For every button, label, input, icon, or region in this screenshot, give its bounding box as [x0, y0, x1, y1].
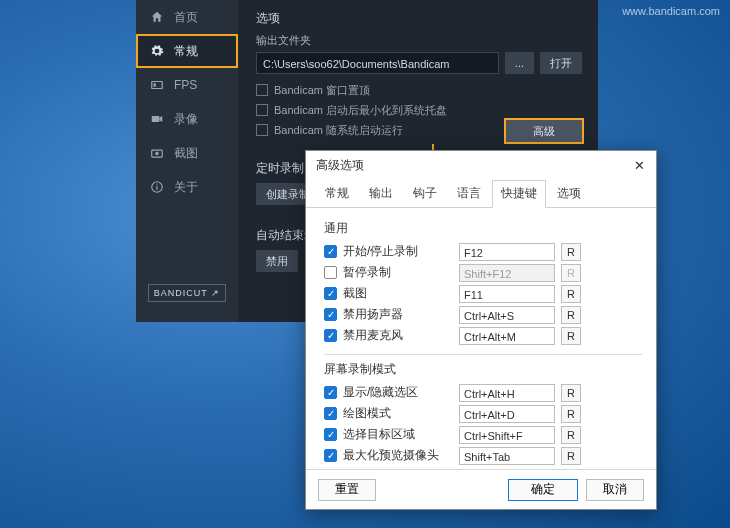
svg-rect-0	[152, 82, 163, 89]
checkbox-always-on-top[interactable]: Bandicam 窗口置顶	[256, 80, 582, 100]
hotkey-row: ✓绘图模式Ctrl+Alt+DR	[324, 403, 642, 424]
svg-rect-7	[156, 184, 157, 185]
hotkey-reset-button[interactable]: R	[561, 447, 581, 465]
close-icon[interactable]: ✕	[630, 156, 648, 174]
sidebar-item-about[interactable]: 关于	[136, 170, 238, 204]
reset-button[interactable]: 重置	[318, 479, 376, 501]
hotkey-reset-button[interactable]: R	[561, 306, 581, 324]
fps-icon	[150, 78, 164, 92]
sidebar-item-image[interactable]: 截图	[136, 136, 238, 170]
hotkey-field[interactable]: F11	[459, 285, 555, 303]
hotkey-reset-button[interactable]: R	[561, 327, 581, 345]
hotkey-label: 绘图模式	[343, 405, 453, 422]
hotkey-checkbox[interactable]: ✓	[324, 329, 337, 342]
hotkey-label: 开始/停止录制	[343, 243, 453, 260]
advanced-options-dialog: 高级选项 ✕ 常规 输出 钩子 语言 快捷键 选项 通用 ✓开始/停止录制F12…	[305, 150, 657, 510]
sidebar: 首页 常规 FPS 录像 截图 关于 BANDICUT ↗	[136, 0, 238, 322]
divider	[324, 354, 642, 355]
dialog-body: 通用 ✓开始/停止录制F12R暂停录制Shift+F12R✓截图F11R✓禁用扬…	[306, 208, 656, 469]
bandicut-link[interactable]: BANDICUT ↗	[148, 284, 226, 302]
browse-button[interactable]: ...	[505, 52, 534, 74]
hotkey-field[interactable]: Shift+Tab	[459, 447, 555, 465]
group-general-label: 通用	[324, 220, 642, 237]
sidebar-item-label: 首页	[174, 9, 198, 26]
svg-rect-2	[152, 116, 160, 122]
hotkey-field[interactable]: Ctrl+Alt+H	[459, 384, 555, 402]
sidebar-item-label: FPS	[174, 78, 197, 92]
gear-icon	[150, 44, 164, 58]
sidebar-item-label: 录像	[174, 111, 198, 128]
home-icon	[150, 10, 164, 24]
hotkey-checkbox[interactable]: ✓	[324, 386, 337, 399]
sidebar-item-video[interactable]: 录像	[136, 102, 238, 136]
checkbox-box	[256, 84, 268, 96]
svg-point-4	[155, 152, 159, 156]
open-button[interactable]: 打开	[540, 52, 582, 74]
output-folder-label: 输出文件夹	[256, 33, 582, 48]
watermark: www.bandicam.com	[622, 5, 720, 17]
autoend-button[interactable]: 禁用	[256, 250, 298, 272]
section-title-options: 选项	[256, 10, 582, 27]
tab-output[interactable]: 输出	[360, 180, 402, 208]
hotkey-reset-button[interactable]: R	[561, 384, 581, 402]
hotkey-label: 选择目标区域	[343, 426, 453, 443]
hotkey-row: ✓最大化预览摄像头Shift+TabR	[324, 445, 642, 466]
group-screen-label: 屏幕录制模式	[324, 361, 642, 378]
hotkey-label: 禁用麦克风	[343, 327, 453, 344]
sidebar-item-fps[interactable]: FPS	[136, 68, 238, 102]
sidebar-item-label: 关于	[174, 179, 198, 196]
hotkey-row: ✓禁用扬声器Ctrl+Alt+SR	[324, 304, 642, 325]
sidebar-item-home[interactable]: 首页	[136, 0, 238, 34]
checkbox-minimize-tray[interactable]: Bandicam 启动后最小化到系统托盘	[256, 100, 582, 120]
hotkey-reset-button[interactable]: R	[561, 405, 581, 423]
sidebar-item-label: 截图	[174, 145, 198, 162]
hotkey-checkbox[interactable]: ✓	[324, 308, 337, 321]
tab-options[interactable]: 选项	[548, 180, 590, 208]
tab-hotkeys[interactable]: 快捷键	[492, 180, 546, 208]
hotkey-field: Shift+F12	[459, 264, 555, 282]
hotkey-checkbox[interactable]: ✓	[324, 245, 337, 258]
hotkey-label: 暂停录制	[343, 264, 453, 281]
checkbox-box	[256, 104, 268, 116]
hotkey-row: 暂停录制Shift+F12R	[324, 262, 642, 283]
hotkey-row: ✓显示/隐藏选区Ctrl+Alt+HR	[324, 382, 642, 403]
tab-language[interactable]: 语言	[448, 180, 490, 208]
advanced-button[interactable]: 高级	[506, 120, 582, 142]
hotkey-reset-button: R	[561, 264, 581, 282]
tab-hooks[interactable]: 钩子	[404, 180, 446, 208]
hotkey-field[interactable]: F12	[459, 243, 555, 261]
ok-button[interactable]: 确定	[508, 479, 578, 501]
svg-rect-1	[154, 83, 156, 87]
hotkey-field[interactable]: Ctrl+Alt+D	[459, 405, 555, 423]
hotkey-checkbox[interactable]: ✓	[324, 449, 337, 462]
hotkey-label: 最大化预览摄像头	[343, 447, 453, 464]
hotkey-field[interactable]: Ctrl+Shift+F	[459, 426, 555, 444]
hotkey-reset-button[interactable]: R	[561, 243, 581, 261]
dialog-footer: 重置 确定 取消	[306, 469, 656, 509]
hotkey-row: ✓截图F11R	[324, 283, 642, 304]
camera-icon	[150, 146, 164, 160]
hotkey-label: 截图	[343, 285, 453, 302]
hotkey-checkbox[interactable]	[324, 266, 337, 279]
cancel-button[interactable]: 取消	[586, 479, 644, 501]
hotkey-checkbox[interactable]: ✓	[324, 428, 337, 441]
sidebar-item-label: 常规	[174, 43, 198, 60]
svg-rect-6	[156, 186, 157, 190]
hotkey-reset-button[interactable]: R	[561, 426, 581, 444]
hotkey-checkbox[interactable]: ✓	[324, 407, 337, 420]
dialog-title: 高级选项	[316, 157, 364, 174]
hotkey-reset-button[interactable]: R	[561, 285, 581, 303]
hotkey-row: ✓禁用麦克风Ctrl+Alt+MR	[324, 325, 642, 346]
hotkey-field[interactable]: Ctrl+Alt+M	[459, 327, 555, 345]
info-icon	[150, 180, 164, 194]
hotkey-label: 显示/隐藏选区	[343, 384, 453, 401]
hotkey-row: ✓开始/停止录制F12R	[324, 241, 642, 262]
checkbox-box	[256, 124, 268, 136]
tab-general[interactable]: 常规	[316, 180, 358, 208]
output-path-field[interactable]: C:\Users\soo62\Documents\Bandicam	[256, 52, 499, 74]
hotkey-field[interactable]: Ctrl+Alt+S	[459, 306, 555, 324]
hotkey-label: 禁用扬声器	[343, 306, 453, 323]
dialog-tabs: 常规 输出 钩子 语言 快捷键 选项	[306, 179, 656, 208]
hotkey-checkbox[interactable]: ✓	[324, 287, 337, 300]
sidebar-item-general[interactable]: 常规	[136, 34, 238, 68]
